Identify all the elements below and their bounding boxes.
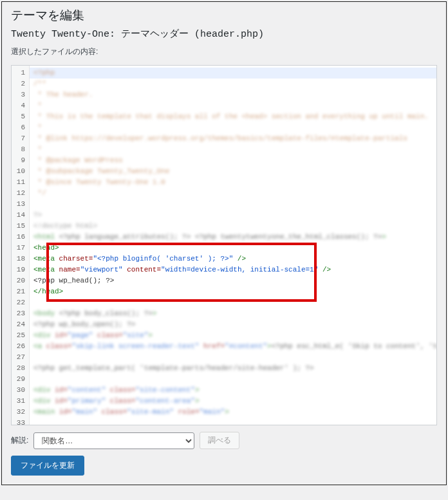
code-area[interactable]: <?php /** * The header. * * This is the … xyxy=(30,66,436,425)
content-label: 選択したファイルの内容: xyxy=(11,46,437,57)
editor-wrap: 12345678910 11121314151617181920 2122232… xyxy=(2,65,446,425)
code-editor[interactable]: 12345678910 11121314151617181920 2122232… xyxy=(11,65,437,425)
submit-section: ファイルを更新 xyxy=(2,456,446,485)
lookup-button[interactable]: 調べる xyxy=(200,432,239,449)
editor-page: テーマを編集 Twenty Twenty-One: テーマヘッダー (heade… xyxy=(1,1,447,485)
code-head-open: <head> xyxy=(33,244,59,252)
code-head-close: </head> xyxy=(33,288,63,295)
lookup-label: 解説: xyxy=(11,435,28,446)
page-title: テーマを編集 xyxy=(11,7,437,24)
header-section: テーマを編集 Twenty Twenty-One: テーマヘッダー (heade… xyxy=(2,2,446,65)
update-file-button[interactable]: ファイルを更新 xyxy=(11,456,84,476)
lookup-row: 解説: 関数名… 調べる xyxy=(2,425,446,456)
file-title: Twenty Twenty-One: テーマヘッダー (header.php) xyxy=(11,28,437,40)
line-gutter: 12345678910 11121314151617181920 2122232… xyxy=(12,66,30,425)
function-select[interactable]: 関数名… xyxy=(33,432,194,449)
